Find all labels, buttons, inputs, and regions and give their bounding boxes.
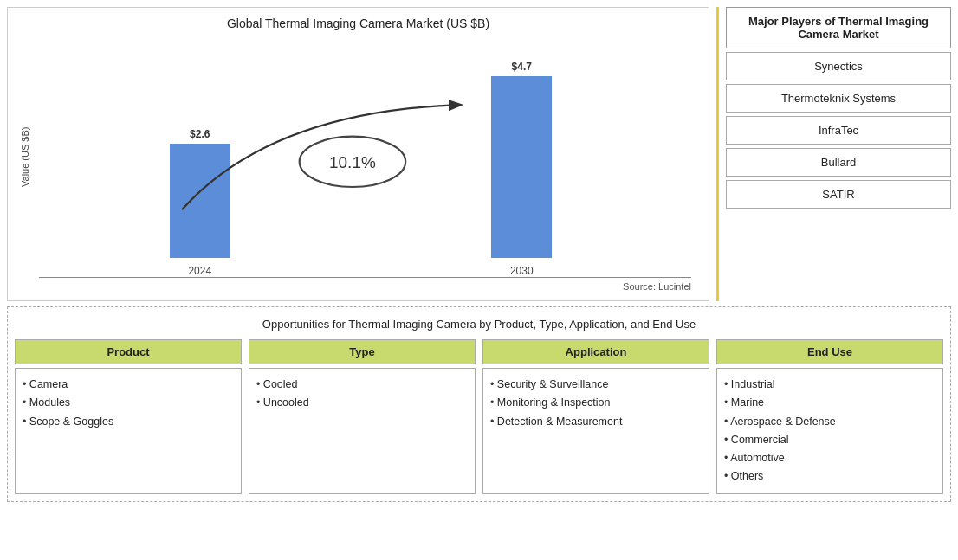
enduse-item-automotive: Automotive — [724, 449, 935, 467]
enduse-item-industrial: Industrial — [724, 376, 935, 394]
player-synectics: Synectics — [726, 52, 951, 80]
major-players-panel: Major Players of Thermal Imaging Camera … — [726, 7, 951, 301]
bar-group-2030: $4.7 2030 — [491, 61, 552, 277]
y-axis-label: Value (US $B) — [16, 35, 30, 278]
product-item-scope: Scope & Goggles — [23, 413, 234, 431]
svg-point-0 — [300, 137, 406, 187]
player-satir: SATIR — [726, 180, 951, 209]
bottom-section: Opportunities for Thermal Imaging Camera… — [7, 306, 951, 502]
chart-area: Global Thermal Imaging Camera Market (US… — [7, 7, 709, 301]
category-application-header: Application — [482, 339, 709, 364]
opportunities-title: Opportunities for Thermal Imaging Camera… — [15, 314, 943, 334]
bar-value-2024: $2.6 — [190, 128, 210, 140]
player-bullard: Bullard — [726, 148, 951, 177]
product-item-modules: Modules — [23, 394, 234, 412]
category-enduse-header: End Use — [716, 339, 943, 364]
bar-xlabel-2024: 2024 — [188, 265, 211, 277]
bar-xlabel-2030: 2030 — [510, 265, 534, 277]
product-item-camera: Camera — [23, 376, 234, 394]
categories-row: Product Camera Modules Scope & Goggles T… — [15, 339, 943, 494]
major-players-title: Major Players of Thermal Imaging Camera … — [726, 7, 951, 48]
chart-plot: $2.6 2024 $4.7 2030 — [30, 35, 700, 278]
main-container: Global Thermal Imaging Camera Market (US… — [0, 0, 958, 560]
category-enduse-body: Industrial Marine Aerospace & Defense Co… — [716, 368, 943, 494]
category-product: Product Camera Modules Scope & Goggles — [15, 339, 242, 494]
category-application: Application Security & Surveillance Moni… — [482, 339, 709, 494]
type-item-cooled: Cooled — [256, 376, 468, 394]
type-item-uncooled: Uncooled — [256, 394, 468, 412]
chart-inner: Value (US $B) $2.6 2024 $4.7 — [16, 35, 700, 278]
enduse-item-aerospace: Aerospace & Defense — [724, 413, 935, 431]
bar-2030 — [491, 76, 552, 258]
category-product-header: Product — [15, 339, 242, 364]
chart-title: Global Thermal Imaging Camera Market (US… — [16, 16, 700, 30]
category-type: Type Cooled Uncooled — [249, 339, 476, 494]
app-item-monitoring: Monitoring & Inspection — [490, 394, 702, 412]
enduse-item-others: Others — [724, 467, 935, 486]
category-type-body: Cooled Uncooled — [249, 368, 476, 494]
player-infratec: InfraTec — [726, 116, 951, 145]
enduse-item-commercial: Commercial — [724, 431, 935, 449]
bar-2024 — [170, 144, 230, 258]
vertical-divider — [716, 7, 719, 301]
top-section: Global Thermal Imaging Camera Market (US… — [7, 7, 951, 301]
player-thermoteknix: Thermoteknix Systems — [726, 84, 951, 113]
category-product-body: Camera Modules Scope & Goggles — [15, 368, 242, 494]
bar-group-2024: $2.6 2024 — [170, 128, 230, 277]
bars-area: $2.6 2024 $4.7 2030 — [30, 35, 700, 277]
x-axis-line — [39, 277, 691, 278]
category-enduse: End Use Industrial Marine Aerospace & De… — [716, 339, 943, 494]
svg-text:10.1%: 10.1% — [329, 153, 376, 171]
category-type-header: Type — [249, 339, 476, 364]
bar-value-2030: $4.7 — [512, 61, 532, 73]
source-text: Source: Lucintel — [16, 281, 700, 292]
app-item-detection: Detection & Measurement — [490, 413, 702, 431]
enduse-item-marine: Marine — [724, 394, 935, 412]
app-item-security: Security & Surveillance — [490, 376, 702, 394]
category-application-body: Security & Surveillance Monitoring & Ins… — [482, 368, 709, 494]
